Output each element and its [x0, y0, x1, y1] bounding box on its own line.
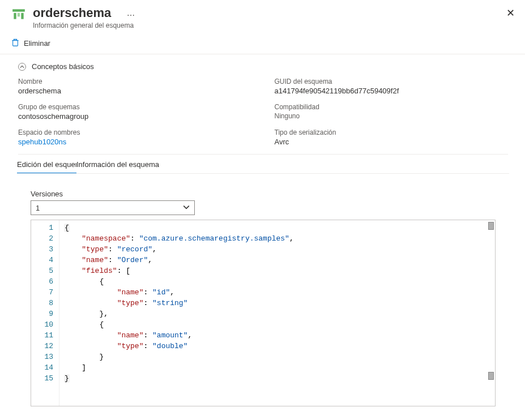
field-label: Espacio de nombres — [18, 128, 252, 136]
field-value: Ninguno — [275, 112, 509, 120]
trash-icon — [11, 38, 19, 48]
code-line: ] — [64, 362, 490, 373]
delete-label: Eliminar — [24, 39, 50, 48]
field-compat: Compatibilidad Ninguno — [275, 103, 509, 121]
field-group: Grupo de esquemas contososchemagroup — [18, 103, 252, 121]
code-editor[interactable]: 123456789101112131415 { "namespace": "co… — [31, 220, 496, 406]
code-line: "type": "record", — [64, 244, 490, 255]
svg-rect-0 — [12, 9, 25, 11]
code-line: "fields": [ — [64, 265, 490, 276]
version-selected: 1 — [36, 204, 40, 212]
scroll-marker — [488, 222, 494, 230]
code-line: { — [64, 319, 490, 330]
field-label: Tipo de serialización — [275, 128, 509, 136]
field-serialization: Tipo de serialización Avrc — [275, 128, 509, 146]
basics-grid: Nombre orderschema GUID del esquema a141… — [18, 78, 508, 146]
code-line: "namespace": "com.azure.schemaregistry.s… — [64, 233, 490, 244]
code-line: "name": "Order", — [64, 255, 490, 265]
code-line: }, — [64, 308, 490, 319]
field-label: Compatibilidad — [275, 103, 509, 111]
tab-edit-schema[interactable]: Edición del esquema — [17, 155, 76, 173]
code-line: { — [64, 222, 490, 233]
field-value: Avrc — [275, 138, 509, 146]
page-title: orderschema — [33, 6, 111, 20]
code-line: "type": "double" — [64, 341, 490, 352]
toolbar: Eliminar — [0, 34, 525, 54]
svg-rect-2 — [18, 13, 20, 17]
field-value: a141794fe90542119bb6d77c59409f2f — [275, 87, 509, 95]
page-subtitle: Información general del esquema — [33, 22, 514, 29]
field-value: orderschema — [18, 87, 252, 95]
delete-button[interactable]: Eliminar — [11, 38, 50, 48]
line-gutter: 123456789101112131415 — [31, 220, 59, 406]
code-area[interactable]: { "namespace": "com.azure.schemaregistry… — [59, 220, 495, 406]
field-name: Nombre orderschema — [18, 78, 252, 95]
tabs: Edición del esquema Información del esqu… — [17, 155, 509, 174]
field-label: Nombre — [18, 78, 252, 85]
chevron-down-icon — [183, 204, 190, 212]
schema-icon — [11, 7, 26, 22]
more-icon[interactable]: ⋯ — [127, 11, 136, 20]
namespace-link[interactable]: spehub1020ns — [18, 138, 252, 146]
close-button[interactable]: ✕ — [506, 7, 515, 19]
close-icon: ✕ — [506, 7, 515, 19]
code-line: { — [64, 276, 490, 287]
field-label: Grupo de esquemas — [18, 103, 252, 111]
svg-rect-1 — [14, 13, 16, 19]
chevron-up-icon — [18, 63, 26, 71]
code-line: "type": "string" — [64, 298, 490, 308]
field-label: GUID del esquema — [275, 78, 509, 85]
scroll-marker — [488, 372, 494, 380]
tab-info-schema[interactable]: Información del esquema — [76, 155, 136, 173]
panel-header: orderschema ⋯ Información general del es… — [0, 0, 525, 34]
code-line: "name": "amount", — [64, 330, 490, 341]
svg-rect-3 — [21, 13, 23, 19]
svg-rect-4 — [13, 41, 18, 46]
code-line: "name": "id", — [64, 287, 490, 298]
basics-toggle[interactable]: Conceptos básicos — [18, 62, 508, 71]
version-select[interactable]: 1 — [31, 200, 195, 215]
code-line: } — [64, 352, 490, 362]
field-value: contososchemagroup — [18, 112, 252, 121]
field-guid: GUID del esquema a141794fe90542119bb6d77… — [275, 78, 509, 95]
field-namespace: Espacio de nombres spehub1020ns — [18, 128, 252, 146]
versions-label: Versiones — [31, 190, 508, 198]
svg-rect-5 — [14, 40, 16, 41]
basics-title: Conceptos básicos — [32, 62, 94, 71]
code-line: } — [64, 373, 490, 384]
